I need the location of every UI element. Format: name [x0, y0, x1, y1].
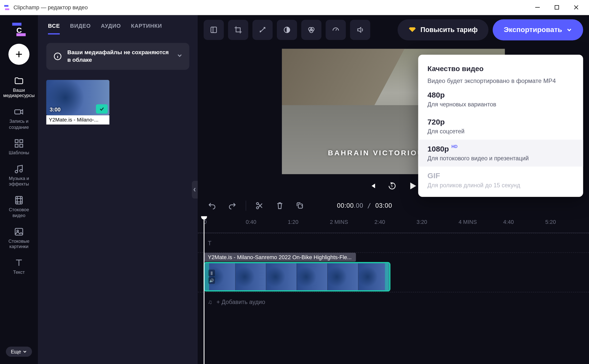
sidebar-item-media[interactable]: Ваши медиаресурсы: [2, 73, 36, 101]
layout-button[interactable]: [204, 20, 224, 40]
export-menu-title: Качество видео: [427, 65, 574, 73]
volume-button[interactable]: [350, 20, 370, 40]
upgrade-button[interactable]: Повысить тариф: [398, 19, 488, 40]
contrast-button[interactable]: [277, 20, 297, 40]
export-menu-subtitle: Видео будет экспортировано в формате MP4: [427, 77, 574, 84]
app-icon: [3, 4, 10, 11]
tab-all[interactable]: ВСЕ: [48, 23, 60, 35]
templates-icon: [14, 138, 24, 148]
hd-badge: HD: [451, 144, 457, 149]
add-audio-label: + Добавить аудио: [216, 298, 265, 305]
collapse-panel-button[interactable]: [192, 181, 198, 198]
sidebar-item-templates[interactable]: Шаблоны: [2, 136, 36, 158]
duplicate-button[interactable]: [291, 197, 308, 214]
sidebar-item-text[interactable]: Текст: [2, 255, 36, 278]
tab-audio[interactable]: АУДИО: [101, 23, 121, 35]
play-button[interactable]: [407, 180, 419, 192]
video-clip[interactable]: ||🔊: [204, 262, 391, 292]
sidebar-item-record[interactable]: Запись и создание: [2, 104, 36, 132]
more-label: Еще: [11, 349, 21, 354]
undo-button[interactable]: [204, 197, 221, 214]
sidebar-item-label: Текст: [13, 270, 25, 275]
tab-video[interactable]: ВИДЕО: [70, 23, 91, 35]
media-duration: 3:00: [50, 107, 61, 113]
music-icon: [14, 164, 24, 174]
svg-rect-9: [15, 144, 18, 147]
sidebar-item-label: Запись и создание: [2, 119, 36, 130]
top-toolbar: Повысить тариф Экспортировать: [198, 15, 589, 45]
folder-icon: [14, 76, 24, 86]
maximize-button[interactable]: [547, 1, 566, 14]
audio-track-placeholder[interactable]: ♫ + Добавить аудио: [198, 292, 589, 311]
svg-point-12: [20, 169, 22, 172]
skip-start-button[interactable]: [368, 181, 377, 191]
svg-line-31: [336, 29, 337, 31]
timeline[interactable]: 0 0:40 1:20 2 MINS 2:40 3:20 4 MINS 4:40…: [198, 216, 589, 364]
upgrade-label: Повысить тариф: [421, 26, 478, 34]
delete-button[interactable]: [271, 197, 288, 214]
camera-icon: [14, 107, 24, 117]
media-thumbnail: 3:00: [46, 80, 109, 115]
text-icon: [14, 258, 24, 268]
svg-text:5: 5: [391, 184, 393, 188]
alert-text: Ваши медиафайлы не сохраняются в облаке: [67, 49, 172, 64]
sidebar-item-label: Музыка и эффекты: [2, 176, 36, 187]
film-icon: [14, 195, 24, 205]
chevron-down-icon: [566, 27, 572, 33]
media-item[interactable]: 3:00 Y2Mate.is - Milano-...: [46, 80, 109, 125]
text-track-placeholder[interactable]: T: [198, 233, 589, 252]
filters-button[interactable]: [301, 20, 321, 40]
cloud-storage-alert[interactable]: Ваши медиафайлы не сохраняются в облаке: [46, 43, 189, 70]
diamond-icon: [409, 25, 416, 35]
svg-rect-13: [16, 197, 22, 204]
sidebar-item-label: Стоковое видео: [2, 207, 36, 218]
sidebar-item-label: Шаблоны: [9, 150, 29, 156]
speed-button[interactable]: [326, 20, 346, 40]
chevron-down-icon: [177, 53, 183, 60]
split-button[interactable]: [251, 197, 268, 214]
crop-button[interactable]: [228, 20, 248, 40]
redo-button[interactable]: [224, 197, 241, 214]
sidebar-item-stock-images[interactable]: Стоковые картинки: [2, 224, 36, 252]
svg-rect-25: [211, 27, 217, 33]
add-media-button[interactable]: [8, 44, 29, 65]
clip-trim-right[interactable]: [385, 263, 389, 290]
clip-sound-icon: 🔊: [208, 277, 215, 284]
close-button[interactable]: [566, 1, 586, 14]
chevron-down-icon: [23, 350, 27, 354]
export-option-1080p[interactable]: 1080pHD Для потокового видео и презентац…: [418, 140, 583, 167]
titlebar: Clipchamp — редактор видео: [0, 0, 589, 15]
logo[interactable]: C: [11, 21, 27, 38]
editor-content: Повысить тариф Экспортировать BAHRAIN VI…: [198, 15, 589, 364]
app-title: Clipchamp — редактор видео: [13, 4, 527, 11]
tab-images[interactable]: КАРТИНКИ: [131, 23, 162, 35]
playhead[interactable]: [204, 216, 204, 364]
timeline-toolbar: 00:00.00 / 03:00: [198, 195, 589, 216]
timeline-ruler[interactable]: 0 0:40 1:20 2 MINS 2:40 3:20 4 MINS 4:40…: [198, 216, 589, 233]
export-option-720p[interactable]: 720p Для соцсетей: [418, 113, 583, 140]
magic-button[interactable]: [252, 20, 273, 40]
sidebar-item-label: Стоковые картинки: [2, 238, 36, 250]
clip-pause-icon: ||: [208, 270, 215, 277]
export-option-480p[interactable]: 480p Для черновых вариантов: [418, 86, 583, 113]
svg-point-11: [15, 170, 18, 173]
svg-rect-10: [20, 144, 23, 147]
media-panel: ВСЕ ВИДЕО АУДИО КАРТИНКИ Ваши медиафайлы…: [38, 15, 198, 364]
export-button[interactable]: Экспортировать: [493, 19, 583, 40]
music-icon: ♫: [208, 298, 212, 305]
check-icon: [96, 105, 108, 114]
media-tabs: ВСЕ ВИДЕО АУДИО КАРТИНКИ: [38, 15, 198, 40]
more-button[interactable]: Еще: [6, 347, 32, 357]
export-option-gif[interactable]: GIF Для роликов длиной до 15 секунд: [418, 167, 583, 194]
export-label: Экспортировать: [504, 26, 562, 34]
sidebar-item-stock-video[interactable]: Стоковое видео: [2, 193, 36, 221]
sidebar-item-label: Ваши медиаресурсы: [2, 87, 36, 99]
rewind-5-button[interactable]: 5: [388, 181, 397, 191]
media-name: Y2Mate.is - Milano-...: [46, 115, 109, 125]
clip-label: Y2Mate.is - Milano-Sanremo 2022 On-Bike …: [204, 253, 356, 262]
sidebar-item-music[interactable]: Музыка и эффекты: [2, 162, 36, 190]
timeline-time: 00:00.00 / 03:00: [337, 202, 392, 209]
minimize-button[interactable]: [527, 1, 547, 14]
left-sidebar: C Ваши медиаресурсы Запись и создание Ша…: [0, 15, 38, 364]
info-icon: [53, 52, 62, 61]
